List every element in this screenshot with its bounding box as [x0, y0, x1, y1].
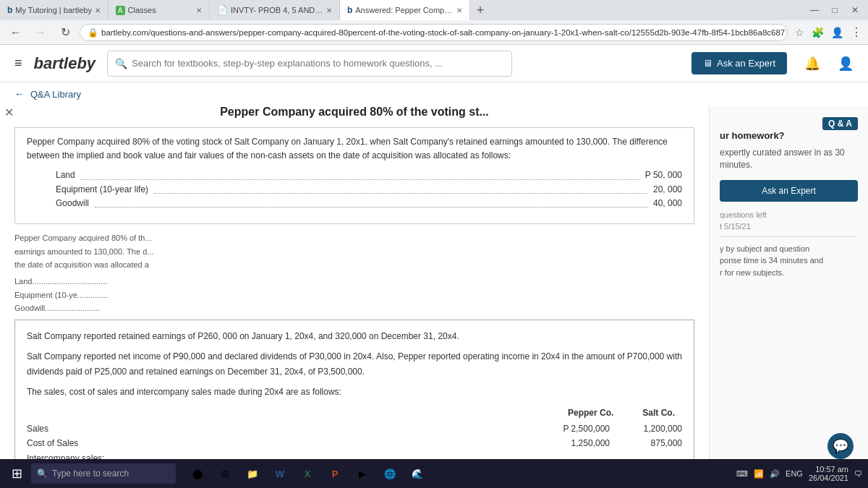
ask-expert-button[interactable]: 🖥 Ask an Expert [692, 52, 787, 74]
taskbar-app-arrow[interactable]: ▶ [349, 461, 375, 487]
taskbar-app-grid[interactable]: ⊞ [212, 461, 238, 487]
sales-pepper-val: P 2,500,000 [537, 421, 610, 436]
start-button[interactable]: ⊞ [6, 463, 28, 484]
forward-button[interactable]: → [30, 22, 51, 43]
chat-icon: 💬 [833, 438, 848, 454]
back-button[interactable]: ← [6, 22, 26, 43]
chat-button[interactable]: 💬 [827, 433, 854, 459]
tab-favicon-2: A [116, 6, 125, 15]
new-tab-button[interactable]: + [470, 0, 490, 20]
sales-row: Sales P 2,500,000 1,200,000 [27, 421, 682, 436]
tab-favicon-3: 📄 [217, 5, 228, 15]
tab-close-3[interactable]: ✕ [326, 7, 332, 14]
browser-tabs: b My Tutoring | bartleby ✕ A Classes ✕ 📄… [0, 0, 868, 20]
tab-pdf[interactable]: 📄 INVTY- PROB 4, 5 AND 6.pdf - G... ✕ [210, 0, 340, 20]
right-sidebar: Q & A ur homework? expertly curated answ… [709, 106, 868, 482]
sidebar-hint: y by subject and question ponse time is … [720, 243, 858, 279]
tab-favicon-4: b [347, 5, 352, 15]
notification-bell-icon[interactable]: 🔔 [804, 56, 820, 72]
equipment-value: 20, 000 [653, 183, 682, 197]
hint3: r for new subjects. [720, 267, 858, 279]
taskbar-app-word[interactable]: W [267, 461, 293, 487]
keyboard-icon: ⌨ [736, 469, 748, 479]
left-panel: ✕ Pepper Company acquired 80% of the vot… [0, 106, 709, 482]
extension-icon-1[interactable]: 🧩 [812, 27, 824, 38]
taskbar-app-edge[interactable]: 🌊 [404, 461, 430, 487]
date-acquisition-faded: the date of acquisition was allocated a [14, 258, 694, 272]
address-bar-row: ← → ↻ 🔒 bartleby.com/questions-and-answe… [0, 20, 868, 45]
sales-label: Sales [27, 421, 537, 436]
taskbar-app-excel[interactable]: X [294, 461, 320, 487]
taskbar-datetime: 10:57 am 26/04/2021 [809, 465, 848, 482]
notifications-icon[interactable]: 🗨 [854, 469, 862, 478]
tab-label-3: INVTY- PROB 4, 5 AND 6.pdf - G... [231, 6, 323, 14]
reload-button[interactable]: ↻ [55, 22, 75, 43]
site-header: ≡ bartleby 🔍 🖥 Ask an Expert 🔔 👤 [0, 45, 868, 82]
clock-date: 26/04/2021 [809, 474, 848, 482]
search-bar[interactable]: 🔍 [107, 51, 512, 77]
minimize-button[interactable]: — [806, 1, 823, 19]
goodwill-label: Goodwill [56, 197, 89, 210]
back-arrow-icon: ← [14, 88, 25, 100]
tab-tutoring[interactable]: b My Tutoring | bartleby ✕ [0, 0, 109, 20]
land-value: P 50, 000 [645, 168, 682, 182]
goodwill-value: 40, 000 [653, 197, 682, 210]
taskbar-app-chrome[interactable]: 🌐 [377, 461, 403, 487]
sidebar-desc-text: expertly curated answer in as 30 minutes… [720, 147, 845, 170]
search-icon: 🔍 [115, 58, 127, 69]
questions-left-text: questions left [720, 210, 858, 219]
taskbar-app-circle[interactable]: ⬤ [184, 461, 210, 487]
retained-earnings-faded: Pepper Company acquired 80% of th... [14, 231, 694, 245]
allocation-faded: Land.................................. E… [14, 275, 694, 315]
taskbar-search[interactable]: 🔍 Type here to search [31, 463, 176, 484]
close-panel-button[interactable]: ✕ [4, 106, 14, 119]
taskbar-search-icon: 🔍 [37, 468, 48, 479]
tab-close-1[interactable]: ✕ [95, 7, 101, 14]
taskbar-app-powerpoint[interactable]: P [322, 461, 348, 487]
qa-badge: Q & A [822, 117, 858, 130]
hamburger-menu[interactable]: ≡ [14, 56, 22, 71]
taskbar-search-text: Type here to search [52, 468, 129, 479]
extension-icon-2[interactable]: 👤 [831, 27, 843, 38]
url-bar[interactable]: 🔒 bartleby.com/questions-and-answers/pep… [80, 24, 788, 41]
homework-question-text: ur homework? [720, 130, 785, 141]
equipment-label: Equipment (10-year life) [56, 183, 148, 197]
tab-label-1: My Tutoring | bartleby [15, 6, 92, 14]
tab-close-2[interactable]: ✕ [196, 7, 202, 14]
bookmark-icon[interactable]: ☆ [795, 27, 804, 38]
cost-pepper-val: 1,250,000 [537, 436, 610, 450]
retained-earnings-text: Salt Company reported retained earnings … [27, 329, 682, 343]
restore-button[interactable]: □ [826, 1, 843, 19]
cost-label: Cost of Sales [27, 436, 537, 450]
browser-chrome: b My Tutoring | bartleby ✕ A Classes ✕ 📄… [0, 0, 868, 45]
site-logo: bartleby [34, 54, 96, 73]
page-title: Pepper Company acquired 80% of the votin… [14, 106, 694, 119]
goodwill-row: Goodwill 40, 000 [56, 197, 682, 210]
tab-label-4: Answered: Pepper Company aco... [355, 6, 454, 14]
sidebar-homework-title: ur homework? [720, 130, 858, 141]
net-income-text: Salt Company reported net income of P90,… [27, 349, 682, 379]
taskbar-app-folder[interactable]: 📁 [239, 461, 265, 487]
tab-answered[interactable]: b Answered: Pepper Company aco... ✕ [340, 0, 470, 20]
ask-expert-side-button[interactable]: Ask an Expert [720, 180, 858, 202]
taskbar-apps: ⬤ ⊞ 📁 W X P ▶ 🌐 🌊 [184, 461, 430, 487]
taskbar-right: ⌨ 📶 🔊 ENG 10:57 am 26/04/2021 🗨 [736, 465, 862, 482]
menu-icon[interactable]: ⋮ [851, 25, 862, 39]
breadcrumb-label: Q&A Library [30, 89, 81, 100]
tab-close-4[interactable]: ✕ [456, 7, 462, 14]
volume-icon: 🔊 [770, 469, 780, 479]
tab-favicon-1: b [7, 5, 12, 15]
close-button[interactable]: ✕ [846, 1, 864, 19]
hint1: y by subject and question [720, 243, 858, 255]
tab-classes[interactable]: A Classes ✕ [109, 0, 210, 20]
earnings-amounts-faded: earnings amounted to 130,000. The d... [14, 245, 694, 259]
hint2: ponse time is 34 minutes and [720, 254, 858, 267]
breadcrumb[interactable]: ← Q&A Library [0, 82, 868, 106]
sidebar-description: expertly curated answer in as 30 minutes… [720, 147, 858, 171]
user-avatar-icon[interactable]: 👤 [838, 56, 854, 72]
tab-label-2: Classes [128, 6, 193, 14]
land-label: Land [56, 168, 75, 182]
search-input[interactable] [132, 58, 504, 69]
sidebar-qa-badge: Q & A [720, 117, 858, 130]
content-modal: Salt Company reported retained earnings … [14, 320, 694, 482]
